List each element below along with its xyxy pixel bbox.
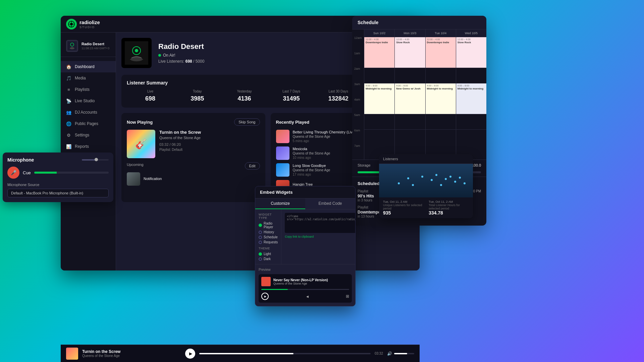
widget-type-radio-history[interactable]: History: [259, 230, 278, 234]
track-info: Turnin on the Screw Queens of the Stone …: [159, 130, 260, 158]
sidebar-item-settings[interactable]: ⚙ Settings: [61, 129, 116, 141]
schedule-block-tue-1: [426, 68, 456, 83]
theme-dot-light: [259, 252, 262, 256]
embed-code-panel: <iframe src="https://a2.radiolize.com/pu…: [281, 209, 356, 264]
mic-volume-track[interactable]: [82, 159, 109, 161]
theme-label: Theme: [259, 247, 278, 250]
now-playing-header: Now Playing Skip Song: [127, 118, 260, 126]
radio-dot-requests: [259, 241, 262, 244]
map-dot: [445, 178, 447, 180]
now-playing-panel: Now Playing Skip Song 🎸 Turnin on the Sc…: [121, 113, 265, 202]
schedule-grid-wrapper: 12am 1am 2am 3am 4am 5am 6am 7am Sun 10/…: [352, 29, 486, 160]
day-col-tue: Tue 10/4 12:00 – 4:00 Downtempo Indie 4:…: [425, 29, 456, 160]
embed-code-box[interactable]: <iframe src="https://a2.radiolize.com/pu…: [285, 213, 356, 233]
mic-source-select[interactable]: Default - MacBook Pro Microphone (Built-…: [7, 189, 109, 197]
track-thumb-0: [276, 130, 289, 143]
preview-track-artist: Queens of the Stone Age: [273, 282, 349, 285]
schedule-block-mon-0[interactable]: 12:00 – 4:00 Slow Rock: [395, 37, 425, 68]
skip-song-button[interactable]: Skip Song: [234, 118, 260, 126]
svg-point-7: [135, 49, 138, 52]
day-col-sun: Sun 10/2 12:00 – 4:00 Downtempo Indie 4:…: [364, 29, 394, 160]
now-playing-content: 🎸 Turnin on the Screw Queens of the Ston…: [127, 130, 260, 158]
widget-type-radio-schedule[interactable]: Schedule: [259, 235, 278, 239]
upcoming-section: Upcoming Edit Notification: [127, 162, 260, 186]
svg-point-8: [130, 57, 143, 61]
sidebar-item-playlists[interactable]: ≡ Playlists: [61, 84, 116, 95]
schedule-block-wed-2[interactable]: 4:00 – 8:00 Midnight to morning: [456, 83, 486, 114]
logo-text: radiolize STUDIO: [79, 19, 100, 29]
station-details: Radio Desert 11:08:23 AM GMT+3: [82, 42, 110, 50]
track-time: 03:32 / 06:20: [159, 142, 260, 146]
schedule-block-sun-2[interactable]: 4:00 – 8:00 Midnight to morning: [364, 83, 394, 114]
schedule-block-wed-0[interactable]: 12:00 – 4:00 Slow Rock: [456, 37, 486, 68]
station-image: [121, 38, 152, 68]
upcoming-track-thumb: [127, 172, 140, 186]
volume-icon: 🔊: [387, 351, 392, 356]
preview-controls: ▶ ◂ ⊞: [261, 293, 349, 300]
schedule-block-tue-2[interactable]: 4:00 – 8:00 Midnight to morning: [426, 83, 456, 114]
map-dot: [421, 176, 423, 178]
track-artist: Queens of the Stone Age: [159, 136, 260, 140]
schedule-block-mon-2[interactable]: 4:00 – 8:00 New Gems w/ Josh: [395, 83, 425, 114]
sidebar-item-dashboard[interactable]: 🏠 Dashboard: [61, 61, 116, 72]
sidebar-item-live-studio[interactable]: 📡 Live Studio: [61, 95, 116, 107]
listeners-panel: Listeners Tue, Oct 11, 2 AM Unique Liste…: [379, 154, 473, 218]
sidebar-item-reports[interactable]: 📊 Reports: [61, 141, 116, 152]
schedule-block-wed-1: [456, 68, 486, 83]
schedule-block-mon-3: [395, 114, 425, 130]
progress-bar[interactable]: [199, 353, 371, 354]
cue-button[interactable]: 🎤: [7, 167, 19, 179]
embed-tab-customize[interactable]: Customize: [255, 198, 305, 209]
live-studio-icon: 📡: [66, 98, 71, 104]
schedule-block-tue-0[interactable]: 12:00 – 4:00 Downtempo Indie: [426, 37, 456, 68]
track-thumb-1: [276, 146, 289, 160]
time-column: 12am 1am 2am 3am 4am 5am 6am 7am: [352, 29, 364, 160]
preview-play-button[interactable]: ▶: [261, 293, 269, 300]
player-track-artist: Queens of the Stone Age: [82, 354, 181, 358]
theme-light[interactable]: Light: [259, 252, 278, 256]
preview-info: Never Say Never (Non-LP Version) Queens …: [273, 278, 349, 285]
preview-volume-icon[interactable]: ◂: [306, 294, 309, 299]
sidebar-item-media[interactable]: 🎵 Media: [61, 72, 116, 84]
preview-label: Preview: [259, 268, 352, 272]
theme-dark[interactable]: Dark: [259, 257, 278, 261]
embed-tabs: Customize Embed Code: [255, 198, 355, 209]
mic-icon: 🎤: [11, 170, 16, 175]
track-playlist: Playlist: Default: [159, 148, 260, 152]
station-avatar: [66, 40, 78, 52]
sidebar-label-settings: Settings: [75, 133, 89, 137]
player-info: Turnin on the Screw Queens of the Stone …: [82, 349, 181, 358]
play-pause-button[interactable]: ▶: [185, 349, 195, 359]
sidebar-label-dj-accounts: DJ Accounts: [75, 110, 97, 115]
sidebar-label-media: Media: [75, 76, 86, 80]
sidebar-item-dj-accounts[interactable]: 👥 DJ Accounts: [61, 107, 116, 118]
widget-type-radio-player[interactable]: Radio Player: [259, 222, 278, 229]
upcoming-title: Upcoming: [127, 163, 144, 167]
preview-expand-icon[interactable]: ⊞: [346, 294, 349, 299]
progress-fill: [199, 353, 293, 354]
edit-button[interactable]: Edit: [245, 162, 260, 170]
sidebar: Radio Desert 11:08:23 AM GMT+3 🏠 Dashboa…: [61, 33, 116, 270]
map-dot: [464, 182, 466, 184]
mic-title: Microphone: [7, 157, 34, 163]
sidebar-label-live-studio: Live Studio: [75, 99, 95, 103]
map-dot: [459, 177, 461, 179]
upcoming-header: Upcoming Edit: [127, 162, 260, 170]
play-icon: ▶: [189, 351, 192, 356]
svg-point-4: [70, 47, 74, 49]
preview-track-row: Never Say Never (Non-LP Version) Queens …: [261, 277, 349, 286]
schedule-block-mon-1: [395, 68, 425, 83]
sidebar-station-time: 11:08:23 AM GMT+3: [82, 47, 110, 50]
mic-slider: [82, 159, 109, 161]
map-dot: [449, 176, 451, 178]
sidebar-item-public-pages[interactable]: 🌐 Public Pages: [61, 118, 116, 129]
map-dot: [435, 174, 437, 176]
schedule-block-sun-0[interactable]: 12:00 – 4:00 Downtempo Indie: [364, 37, 394, 68]
player-controls: ▶ 03:32: [185, 349, 383, 359]
embed-tab-code[interactable]: Embed Code: [305, 198, 355, 209]
widget-type-radio-requests[interactable]: Requests: [259, 240, 278, 244]
copy-link-button[interactable]: Copy link to clipboard: [285, 235, 356, 238]
volume-slider[interactable]: [394, 353, 414, 354]
mic-source-label: Microphone Source: [7, 183, 109, 187]
recently-played-title: Recently Played: [276, 120, 310, 125]
